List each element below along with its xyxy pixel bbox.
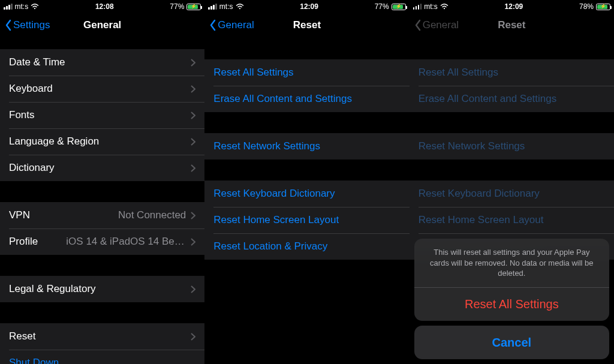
screen-reset: mt:s 12:09 77% ⚡ General Reset Reset All…: [204, 0, 409, 364]
back-label: General: [218, 19, 254, 31]
row-label: Fonts: [9, 109, 35, 121]
battery-icon: ⚡: [392, 4, 406, 10]
row-legal-regulatory[interactable]: Legal & Regulatory: [0, 276, 204, 302]
row-detail: Not Connected: [118, 209, 186, 221]
row-shut-down[interactable]: Shut Down: [0, 350, 204, 364]
row-date-time[interactable]: Date & Time: [0, 49, 204, 76]
clock-label: 12:09: [449, 2, 579, 11]
row-label: Reset Home Screen Layout: [213, 214, 339, 226]
row-reset-keyboard-dict: Reset Keyboard Dictionary: [410, 181, 614, 207]
clock-label: 12:08: [39, 2, 170, 11]
back-button[interactable]: General: [209, 19, 254, 31]
signal-bars-icon: [413, 4, 422, 10]
row-label: Reset Keyboard Dictionary: [213, 188, 335, 200]
wifi-icon: [236, 4, 244, 10]
battery-icon: ⚡: [186, 4, 201, 10]
group-reset-erase: Reset All Settings Erase All Content and…: [410, 59, 614, 112]
carrier-label: mt:s: [15, 2, 29, 11]
chevron-right-icon: [191, 59, 195, 67]
row-label: Reset Network Settings: [419, 140, 525, 152]
row-label: Legal & Regulatory: [9, 283, 96, 295]
battery-pct-label: 77%: [170, 2, 184, 11]
group-reset-network: Reset Network Settings: [410, 133, 614, 160]
row-profile[interactable]: ProfileiOS 14 & iPadOS 14 Beta Softwar…: [0, 228, 204, 255]
row-reset-location-privacy[interactable]: Reset Location & Privacy: [204, 233, 409, 260]
chevron-right-icon: [191, 238, 195, 246]
row-label: Reset All Settings: [213, 67, 293, 79]
signal-bars-icon: [4, 4, 13, 10]
row-reset-keyboard-dict[interactable]: Reset Keyboard Dictionary: [204, 181, 409, 207]
scroll-area[interactable]: Reset All Settings Erase All Content and…: [204, 38, 409, 364]
row-label: Reset Home Screen Layout: [419, 214, 544, 226]
row-reset-all-settings: Reset All Settings: [410, 59, 614, 86]
row-label: Reset Keyboard Dictionary: [419, 188, 540, 200]
back-label: General: [423, 19, 459, 31]
chevron-right-icon: [191, 112, 195, 119]
battery-pct-label: 77%: [375, 2, 389, 11]
chevron-right-icon: [191, 212, 195, 219]
row-label: Profile: [9, 236, 38, 248]
row-detail: iOS 14 & iPadOS 14 Beta Softwar…: [66, 236, 186, 248]
row-label: Dictionary: [9, 162, 55, 174]
battery-pct-label: 78%: [579, 2, 594, 11]
group-reset-shutdown: Reset Shut Down: [0, 323, 204, 364]
row-label: VPN: [9, 209, 30, 221]
nav-bar: General Reset: [204, 12, 409, 38]
back-button: General: [414, 19, 459, 31]
row-reset-home-layout[interactable]: Reset Home Screen Layout: [204, 207, 409, 233]
chevron-right-icon: [191, 333, 195, 341]
chevron-left-icon: [209, 19, 216, 31]
chevron-right-icon: [191, 85, 195, 93]
row-label: Reset Location & Privacy: [213, 240, 327, 252]
row-erase-all: Erase All Content and Settings: [410, 86, 614, 112]
status-bar: mt:s 12:09 77% ⚡: [204, 0, 409, 12]
row-label: Language & Region: [9, 136, 99, 148]
row-label: Shut Down: [9, 357, 59, 364]
row-reset[interactable]: Reset: [0, 323, 204, 350]
nav-bar: Settings General: [0, 12, 204, 38]
group-reset-network: Reset Network Settings: [204, 133, 409, 160]
nav-bar: General Reset: [410, 12, 614, 38]
row-reset-network[interactable]: Reset Network Settings: [204, 133, 409, 160]
row-vpn[interactable]: VPNNot Connected: [0, 202, 204, 228]
chevron-right-icon: [191, 164, 195, 172]
carrier-label: mt:s: [424, 2, 438, 11]
back-button[interactable]: Settings: [5, 19, 50, 31]
action-sheet-panel: This will reset all settings and your Ap…: [414, 239, 609, 321]
clock-label: 12:09: [244, 2, 375, 11]
cancel-button[interactable]: Cancel: [414, 326, 609, 359]
scroll-area[interactable]: Date & Time Keyboard Fonts Language & Re…: [0, 38, 204, 364]
row-fonts[interactable]: Fonts: [0, 102, 204, 128]
wifi-icon: [440, 4, 449, 10]
row-language-region[interactable]: Language & Region: [0, 128, 204, 155]
screen-reset-confirm: mt:s 12:09 78% ⚡ General Reset Reset All…: [410, 0, 614, 364]
row-erase-all[interactable]: Erase All Content and Settings: [204, 86, 409, 112]
row-keyboard[interactable]: Keyboard: [0, 76, 204, 102]
row-label: Keyboard: [9, 83, 53, 95]
action-sheet: This will reset all settings and your Ap…: [414, 239, 609, 359]
battery-icon: ⚡: [596, 4, 610, 10]
group-vpn-profile: VPNNot Connected ProfileiOS 14 & iPadOS …: [0, 202, 204, 255]
group-legal: Legal & Regulatory: [0, 276, 204, 302]
row-label: Erase All Content and Settings: [419, 93, 557, 105]
row-label: Reset All Settings: [419, 67, 498, 79]
row-label: Erase All Content and Settings: [213, 93, 352, 105]
action-sheet-message: This will reset all settings and your Ap…: [414, 239, 609, 287]
svg-point-2: [444, 8, 445, 9]
row-label: Reset: [9, 330, 35, 342]
screen-general: mt:s 12:08 77% ⚡ Settings General Date &…: [0, 0, 204, 364]
row-dictionary[interactable]: Dictionary: [0, 155, 204, 181]
reset-all-settings-button[interactable]: Reset All Settings: [414, 287, 609, 321]
chevron-left-icon: [5, 19, 12, 31]
chevron-left-icon: [414, 19, 422, 31]
group-reset-erase: Reset All Settings Erase All Content and…: [204, 59, 409, 112]
row-label: Reset Network Settings: [213, 140, 320, 152]
status-bar: mt:s 12:08 77% ⚡: [0, 0, 204, 12]
chevron-right-icon: [191, 285, 195, 293]
row-reset-network: Reset Network Settings: [410, 133, 614, 160]
svg-point-1: [239, 8, 240, 9]
group-datetime: Date & Time Keyboard Fonts Language & Re…: [0, 49, 204, 181]
chevron-right-icon: [191, 138, 195, 146]
svg-point-0: [34, 8, 35, 9]
row-reset-all-settings[interactable]: Reset All Settings: [204, 59, 409, 86]
